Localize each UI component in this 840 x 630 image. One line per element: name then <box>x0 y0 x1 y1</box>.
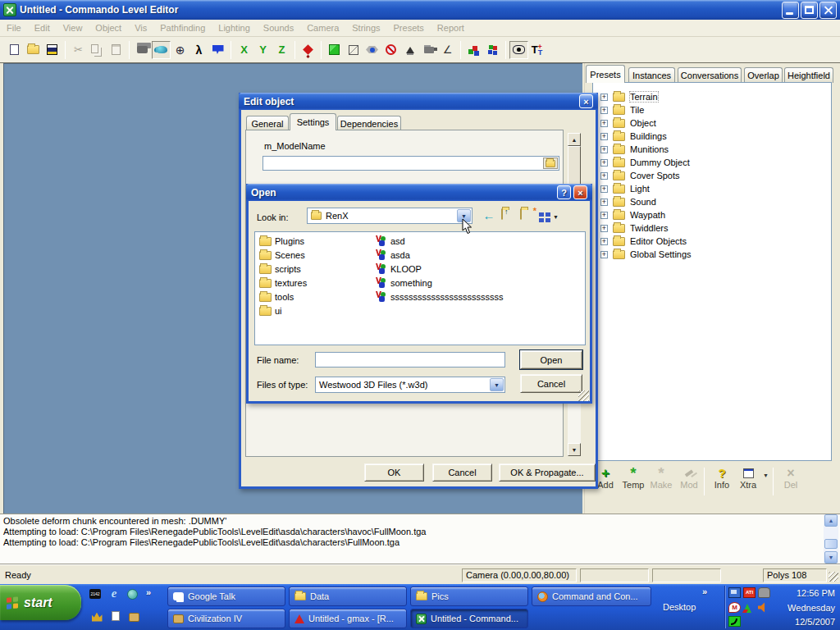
file-name-input[interactable] <box>315 352 505 368</box>
menu-lighting[interactable]: Lighting <box>212 21 257 35</box>
model-name-input[interactable] <box>262 156 559 171</box>
expand-icon[interactable]: + <box>600 212 608 219</box>
model-browse-button[interactable] <box>543 158 558 169</box>
tab-instances[interactable]: Instances <box>628 67 675 83</box>
tree-item-editor-objects[interactable]: +Editor Objects <box>594 235 829 248</box>
quicklaunch-civ[interactable] <box>127 610 140 623</box>
movie-camera-button[interactable] <box>133 41 152 59</box>
tree-item-waypath[interactable]: +Waypath <box>594 208 829 221</box>
tab-heightfield[interactable]: Heightfield <box>784 67 833 83</box>
ungroup-objects-button[interactable] <box>483 41 502 59</box>
menu-file[interactable]: File <box>0 21 28 35</box>
view-menu-button[interactable]: ▼ <box>539 209 560 224</box>
edit-object-titlebar[interactable]: Edit object × <box>239 93 598 110</box>
tab-overlap[interactable]: Overlap <box>744 67 783 83</box>
tab-general[interactable]: General <box>246 116 289 130</box>
edit-object-close-button[interactable]: × <box>579 94 593 108</box>
tab-presets[interactable]: Presets <box>586 65 625 83</box>
scroll-up-button[interactable]: ▲ <box>824 514 838 527</box>
tree-item-sound[interactable]: +Sound <box>594 195 829 208</box>
tree-item-tile[interactable]: +Tile <box>594 103 829 116</box>
file-item-something[interactable]: something <box>376 277 432 288</box>
folder-item-textures[interactable]: textures <box>259 278 307 288</box>
drop-to-ground-button[interactable] <box>299 41 317 59</box>
menu-strings[interactable]: Strings <box>345 21 386 35</box>
task-gmax[interactable]: Untitled - gmax - [R... <box>289 609 407 628</box>
polygon-tool-button[interactable]: ∠ <box>438 41 457 59</box>
open-button[interactable] <box>24 41 43 59</box>
tab-conversations[interactable]: Conversations <box>678 67 742 83</box>
axis-z-button[interactable]: Z <box>272 41 291 59</box>
vis-disable-button[interactable] <box>381 41 400 59</box>
folder-item-plugins[interactable]: Plugins <box>259 236 304 246</box>
temp-preset-button[interactable]: *Temp <box>620 466 646 490</box>
menu-camera[interactable]: Camera <box>300 21 345 35</box>
desktop-band-label[interactable]: Desktop <box>663 602 696 612</box>
ok-propagate-button[interactable]: OK & Propagate... <box>499 463 596 482</box>
solid-cube-button[interactable] <box>325 41 344 59</box>
maximize-button[interactable] <box>801 2 818 19</box>
file-item-asd[interactable]: asd <box>376 235 405 246</box>
orbit-button[interactable]: ⊕ <box>171 41 189 59</box>
ati-tray-icon[interactable]: ATI <box>743 587 756 598</box>
text-tool-button[interactable]: T + T <box>528 41 550 59</box>
up-one-level-button[interactable]: ↑ <box>501 209 518 224</box>
open-cancel-button[interactable]: Cancel <box>520 374 582 393</box>
menu-presets[interactable]: Presets <box>387 21 431 35</box>
gmail-tray-icon[interactable]: M <box>728 602 741 613</box>
expand-icon[interactable]: + <box>600 94 608 101</box>
folder-item-scripts[interactable]: scripts <box>259 264 301 274</box>
show-names-button[interactable] <box>509 41 528 59</box>
expand-icon[interactable]: + <box>600 107 608 114</box>
network-tray-icon[interactable] <box>728 587 741 598</box>
tree-item-terrain[interactable]: +Terrain <box>594 90 829 103</box>
ok-button[interactable]: OK <box>364 463 424 482</box>
menu-report[interactable]: Report <box>431 21 471 35</box>
files-of-type-dropdown-button[interactable]: ▼ <box>490 378 504 391</box>
menu-edit[interactable]: Edit <box>28 21 57 35</box>
minimize-button[interactable] <box>782 2 799 19</box>
vis-point-button[interactable] <box>363 41 381 59</box>
tree-item-light[interactable]: +Light <box>594 182 829 195</box>
tree-item-global-settings[interactable]: +Global Settings <box>594 248 829 261</box>
wireless-tray-icon[interactable] <box>728 616 741 627</box>
task-google-talk[interactable]: Google Talk <box>167 587 285 606</box>
expand-icon[interactable]: + <box>600 120 608 127</box>
xtra-button[interactable]: Xtra <box>735 466 761 490</box>
quicklaunch-game2[interactable] <box>109 609 122 623</box>
scroll-up-button[interactable]: ▲ <box>568 133 581 146</box>
file-item-s[interactable]: sssssssssssssssssssssssss <box>376 291 504 302</box>
menu-view[interactable]: View <box>57 21 89 35</box>
expand-icon[interactable]: + <box>600 251 608 258</box>
tree-item-munitions[interactable]: +Munitions <box>594 143 829 156</box>
output-scrollbar[interactable]: ▲ ▼ <box>824 514 838 564</box>
task-data[interactable]: Data <box>289 587 407 606</box>
expand-icon[interactable]: + <box>600 146 608 153</box>
gamepad-tray-icon[interactable] <box>758 587 770 598</box>
info-button[interactable]: ?Info <box>709 466 735 490</box>
quicklaunch-ie[interactable]: e <box>107 587 121 600</box>
open-dialog-resize-grip[interactable] <box>578 390 589 401</box>
menu-object[interactable]: Object <box>89 21 128 35</box>
folder-item-tools[interactable]: tools <box>259 292 294 302</box>
group-objects-button[interactable] <box>464 41 483 59</box>
paste-button[interactable] <box>107 41 126 59</box>
quicklaunch-bf2142[interactable]: 2142 <box>89 587 102 600</box>
axis-x-button[interactable]: X <box>235 41 253 59</box>
scrollbar-thumb[interactable] <box>824 539 838 549</box>
camera-path-button[interactable] <box>419 41 438 59</box>
help-button[interactable]: ? <box>557 185 571 199</box>
task-command-and-conquer[interactable]: Command and Con... <box>532 587 651 606</box>
close-button[interactable] <box>819 2 837 19</box>
volume-tray-icon[interactable] <box>758 602 770 613</box>
expand-icon[interactable]: + <box>600 185 608 193</box>
scroll-down-button[interactable]: ▼ <box>824 551 838 564</box>
cancel-button[interactable]: Cancel <box>432 463 492 482</box>
tray-clock[interactable]: 12:56 PM <box>769 588 835 598</box>
new-button[interactable] <box>5 41 24 59</box>
new-folder-button[interactable]: * <box>520 209 536 224</box>
expand-icon[interactable]: + <box>600 199 608 206</box>
folder-item-scenes[interactable]: Scenes <box>259 250 305 260</box>
expand-icon[interactable]: + <box>600 159 608 167</box>
teapot-render-button[interactable] <box>152 41 171 59</box>
